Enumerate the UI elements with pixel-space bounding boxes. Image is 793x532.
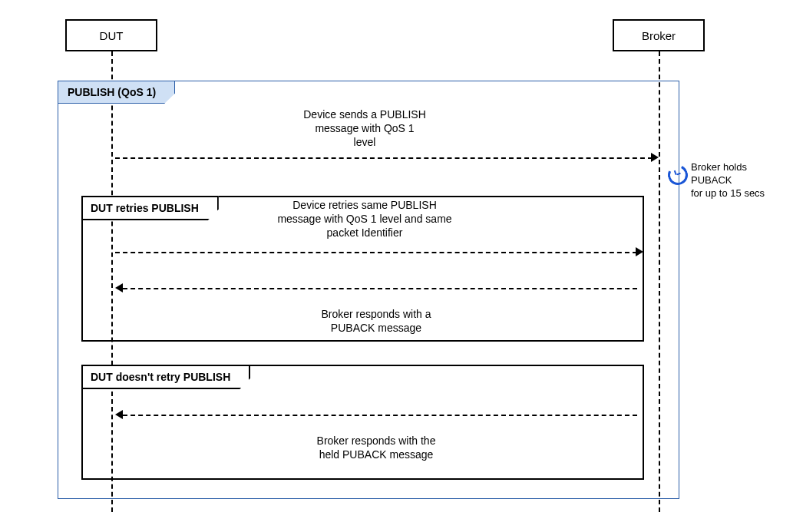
arrow-loop2-resp-head (115, 410, 123, 419)
arrow-loop1-resp (123, 288, 637, 289)
loop1-msg-bottom: Broker responds with a PUBACK message (276, 307, 476, 335)
actor-dut: DUT (65, 19, 157, 51)
arrow-loop1-req-head (636, 247, 643, 256)
loop2-title: DUT doesn't retry PUBLISH (81, 365, 250, 389)
loop2-msg: Broker responds with the held PUBACK mes… (276, 434, 476, 461)
actor-dut-label: DUT (100, 29, 124, 42)
arrow-loop1-req (115, 252, 637, 253)
clock-icon (665, 162, 690, 187)
outer-frame-title: PUBLISH (QoS 1) (58, 81, 175, 104)
arrow-loop1-resp-head (115, 283, 123, 292)
actor-broker-label: Broker (642, 29, 676, 42)
arrow-msg1-head (651, 153, 659, 162)
msg1-label: Device sends a PUBLISH message with QoS … (261, 107, 468, 150)
loop1-msg-top: Device retries same PUBLISH message with… (249, 198, 480, 240)
sequence-diagram: DUT Broker PUBLISH (QoS 1) Device sends … (0, 0, 793, 532)
arrow-loop2-resp (123, 415, 637, 416)
loop1-title: DUT retries PUBLISH (81, 196, 219, 220)
arrow-msg1 (115, 157, 653, 159)
loop2-frame: DUT doesn't retry PUBLISH (81, 365, 644, 480)
actor-broker: Broker (613, 19, 705, 51)
hold-note: Broker holds PUBACK for up to 15 secs (691, 161, 791, 200)
clock-icon-wrap (668, 165, 688, 185)
